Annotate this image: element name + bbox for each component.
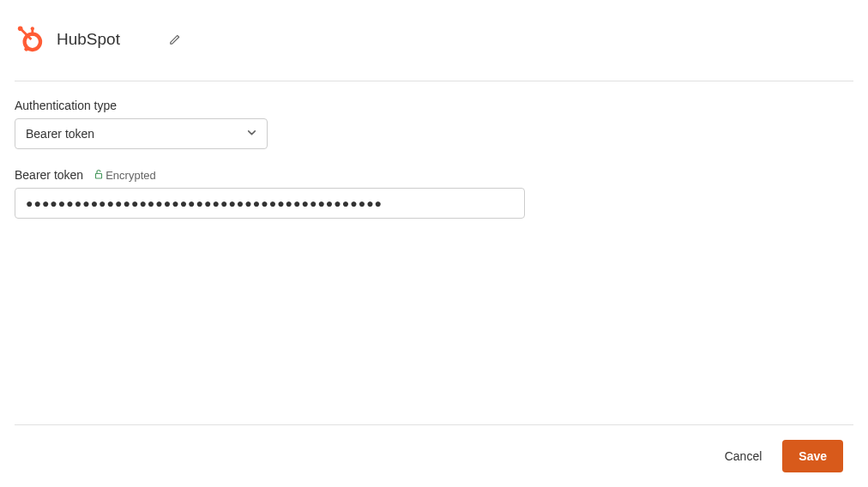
bearer-token-label-row: Bearer token Encrypted [15,168,853,182]
bearer-token-label: Bearer token [15,168,83,182]
footer-buttons: Cancel Save [15,425,853,472]
auth-type-select[interactable] [15,118,268,149]
auth-type-label: Authentication type [15,99,853,112]
auth-type-field-group: Authentication type [15,99,853,149]
footer: Cancel Save [15,424,853,472]
lock-icon [93,169,104,182]
svg-line-6 [27,47,28,48]
header: HubSpot [15,24,853,81]
cancel-button[interactable]: Cancel [725,441,763,472]
encrypted-text: Encrypted [105,169,156,182]
svg-rect-7 [96,173,102,178]
form-section: Authentication type Bearer token [15,81,853,237]
bearer-token-field-group: Bearer token Encrypted [15,168,853,219]
page-title: HubSpot [57,30,120,49]
bearer-token-input[interactable] [15,188,525,219]
edit-icon[interactable] [168,33,181,46]
save-button[interactable]: Save [782,440,843,472]
hubspot-logo-icon [15,24,45,55]
auth-type-select-wrapper [15,118,268,149]
encrypted-badge: Encrypted [93,169,156,182]
